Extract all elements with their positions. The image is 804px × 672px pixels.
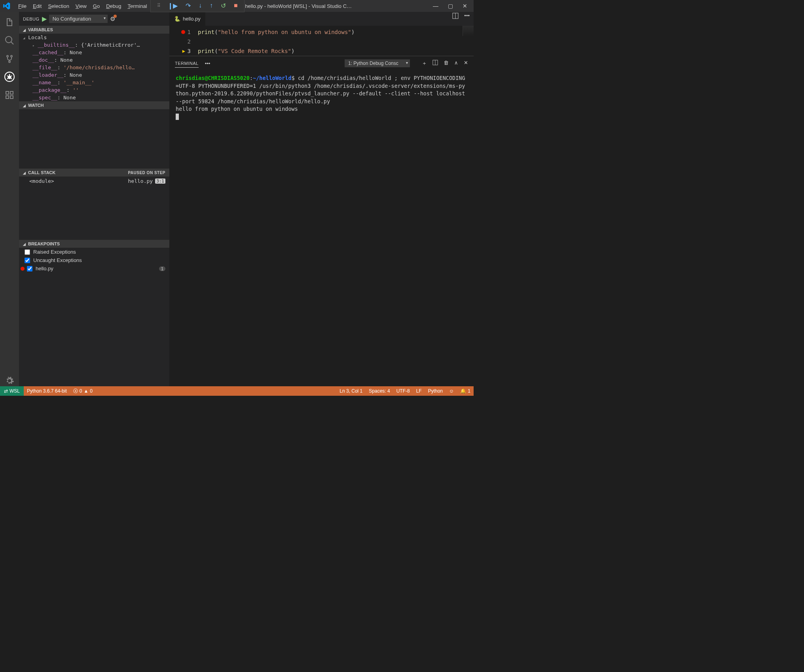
remote-indicator[interactable]: ⇄WSL bbox=[0, 386, 24, 396]
notifications-button[interactable]: 🔔1 bbox=[457, 386, 474, 396]
extensions-icon[interactable] bbox=[4, 89, 15, 101]
variable-row[interactable]: __package__: '' bbox=[19, 86, 169, 94]
watch-section-header[interactable]: WATCH bbox=[19, 101, 169, 109]
editor-tabs: 🐍 hello.py bbox=[169, 12, 474, 26]
panel: TERMINAL ••• 1: Python Debug Consc ＋ 🗑 ∧… bbox=[169, 56, 474, 250]
gutter[interactable]: ▶ bbox=[169, 48, 187, 54]
explorer-icon[interactable] bbox=[4, 17, 15, 28]
python-env[interactable]: Python 3.6.7 64-bit bbox=[24, 386, 70, 396]
variable-row[interactable]: __cached__: None bbox=[19, 49, 169, 56]
variable-row[interactable]: __doc__: None bbox=[19, 56, 169, 64]
variable-row[interactable]: ▸ __builtins__: {'ArithmeticError'… bbox=[19, 41, 169, 49]
code-line[interactable]: 1print("hello from python on ubuntu on w… bbox=[169, 27, 474, 37]
variable-row[interactable]: __spec__: None bbox=[19, 94, 169, 101]
chevron-right-icon: ▸ bbox=[32, 44, 34, 47]
maximize-panel-button[interactable]: ∧ bbox=[454, 60, 458, 67]
code-line[interactable]: 2 bbox=[169, 37, 474, 46]
menu-debug[interactable]: Debug bbox=[103, 3, 124, 9]
code-line[interactable]: ▶3print("VS Code Remote Rocks") bbox=[169, 46, 474, 56]
callstack-row[interactable]: <module>hello.py3:1 bbox=[19, 177, 169, 186]
chevron-down-icon bbox=[23, 170, 26, 175]
new-terminal-button[interactable]: ＋ bbox=[422, 60, 427, 67]
close-panel-button[interactable]: ✕ bbox=[464, 60, 468, 67]
menu-terminal[interactable]: Terminal bbox=[124, 3, 150, 9]
minimize-button[interactable]: — bbox=[433, 3, 438, 9]
maximize-button[interactable]: ▢ bbox=[448, 3, 453, 9]
chevron-down-icon bbox=[23, 27, 26, 32]
gutter[interactable] bbox=[169, 30, 187, 34]
breakpoint-row[interactable]: Uncaught Exceptions bbox=[19, 256, 169, 264]
terminal-select[interactable]: 1: Python Debug Consc bbox=[345, 59, 410, 67]
debug-settings-button[interactable]: ⚙ bbox=[110, 15, 115, 23]
window-controls: — ▢ ✕ bbox=[430, 3, 470, 9]
settings-icon[interactable] bbox=[4, 375, 15, 386]
restart-button[interactable]: ↺ bbox=[221, 2, 226, 9]
watch-body bbox=[19, 109, 169, 169]
menubar: FileEditSelectionViewGoDebugTerminalHelp bbox=[15, 3, 167, 9]
kill-terminal-button[interactable]: 🗑 bbox=[444, 60, 449, 67]
breakpoints-section-header[interactable]: BREAKPOINTS bbox=[19, 240, 169, 248]
split-editor-button[interactable] bbox=[452, 13, 459, 20]
debug-header: DEBUG ▶ No Configuration ⚙ bbox=[19, 12, 169, 26]
error-icon: ⓧ bbox=[73, 388, 78, 395]
menu-file[interactable]: File bbox=[15, 3, 30, 9]
vscode-logo-icon bbox=[3, 2, 10, 9]
eol[interactable]: LF bbox=[413, 386, 425, 396]
menu-go[interactable]: Go bbox=[90, 3, 103, 9]
variable-row[interactable]: __file__: '/home/chrisdias/hello… bbox=[19, 64, 169, 71]
debug-config-select[interactable]: No Configuration bbox=[49, 15, 108, 23]
breakpoint-checkbox[interactable] bbox=[25, 258, 30, 263]
breakpoint-checkbox[interactable] bbox=[25, 249, 30, 255]
callstack-body: <module>hello.py3:1 bbox=[19, 177, 169, 240]
menu-view[interactable]: View bbox=[72, 3, 90, 9]
variable-row[interactable]: __loader__: None bbox=[19, 71, 169, 79]
minimap[interactable] bbox=[463, 26, 474, 36]
debug-sidebar: DEBUG ▶ No Configuration ⚙ VARIABLES ◢ L… bbox=[19, 12, 169, 386]
split-terminal-button[interactable] bbox=[432, 60, 438, 67]
python-file-icon: 🐍 bbox=[174, 16, 180, 22]
code-editor[interactable]: 1print("hello from python on ubuntu on w… bbox=[169, 26, 474, 56]
breakpoint-checkbox[interactable] bbox=[27, 266, 32, 271]
editor-tab[interactable]: 🐍 hello.py bbox=[169, 12, 206, 26]
indentation[interactable]: Spaces: 4 bbox=[366, 386, 393, 396]
encoding[interactable]: UTF-8 bbox=[393, 386, 413, 396]
start-debug-button[interactable]: ▶ bbox=[42, 15, 47, 23]
line-number: 2 bbox=[187, 38, 198, 45]
breakpoint-label: Raised Exceptions bbox=[33, 249, 76, 255]
continue-button[interactable]: ❙▶ bbox=[168, 2, 178, 9]
stop-button[interactable]: ■ bbox=[234, 2, 238, 9]
callstack-section-header[interactable]: CALL STACKPAUSED ON STEP bbox=[19, 169, 169, 177]
debug-toolbar[interactable]: ⠿ ❙▶ ↷ ↓ ↑ ↺ ■ bbox=[150, 0, 245, 12]
breakpoint-row[interactable]: hello.py1 bbox=[19, 264, 169, 273]
source-control-icon[interactable] bbox=[4, 53, 15, 64]
problems-button[interactable]: ⓧ0 ▲0 bbox=[70, 386, 96, 396]
more-actions-button[interactable]: ••• bbox=[464, 13, 470, 20]
terminal-cursor bbox=[176, 114, 179, 120]
step-into-button[interactable]: ↓ bbox=[199, 2, 202, 9]
step-over-button[interactable]: ↷ bbox=[186, 2, 191, 9]
callstack-status: PAUSED ON STEP bbox=[128, 171, 165, 175]
panel-tabs: TERMINAL ••• 1: Python Debug Consc ＋ 🗑 ∧… bbox=[169, 56, 474, 70]
terminal-body[interactable]: chrisdias@CHRISDIAS5020:~/helloWorld$ cd… bbox=[169, 70, 474, 250]
breakpoint-dot-icon bbox=[181, 30, 185, 34]
grip-icon[interactable]: ⠿ bbox=[157, 3, 160, 8]
cursor-position[interactable]: Ln 3, Col 1 bbox=[336, 386, 366, 396]
feedback-button[interactable]: ☺ bbox=[446, 386, 457, 396]
breakpoint-badge: 1 bbox=[159, 266, 165, 271]
menu-edit[interactable]: Edit bbox=[30, 3, 45, 9]
variables-section-header[interactable]: VARIABLES bbox=[19, 26, 169, 34]
language-mode[interactable]: Python bbox=[425, 386, 446, 396]
variable-row[interactable]: __name__: '__main__' bbox=[19, 79, 169, 86]
breakpoint-row[interactable]: Raised Exceptions bbox=[19, 248, 169, 256]
debug-icon[interactable] bbox=[4, 71, 15, 82]
close-button[interactable]: ✕ bbox=[463, 3, 467, 9]
search-icon[interactable] bbox=[4, 35, 15, 46]
step-out-button[interactable]: ↑ bbox=[210, 2, 213, 9]
locals-header[interactable]: ◢ Locals bbox=[19, 34, 169, 41]
terminal-tab[interactable]: TERMINAL bbox=[175, 59, 199, 68]
more-panels-button[interactable]: ••• bbox=[205, 61, 210, 66]
line-number: 1 bbox=[187, 29, 198, 35]
breakpoint-label: Uncaught Exceptions bbox=[33, 257, 82, 263]
menu-selection[interactable]: Selection bbox=[45, 3, 72, 9]
bell-icon: 🔔 bbox=[460, 388, 466, 394]
